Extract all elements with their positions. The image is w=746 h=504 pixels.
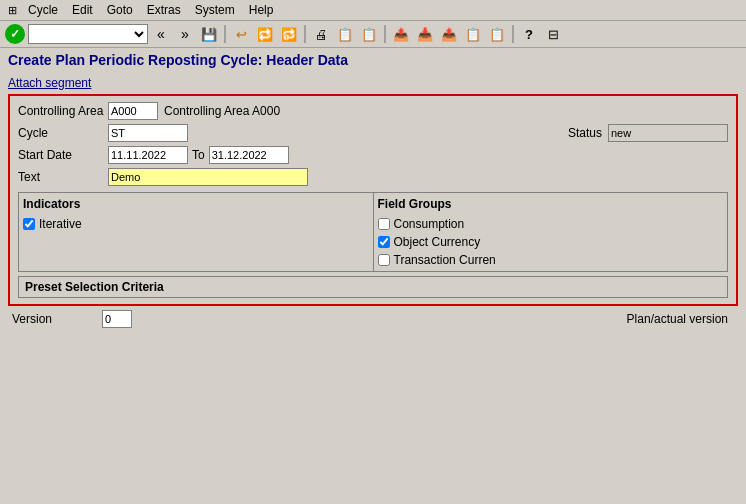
- indicators-field-groups-section: Indicators Iterative Field Groups Consum…: [18, 192, 728, 272]
- separator-2: [304, 25, 306, 43]
- nav-forward-btn[interactable]: »: [174, 23, 196, 45]
- object-currency-row: Object Currency: [378, 233, 724, 251]
- controlling-area-label: Controlling Area: [18, 104, 108, 118]
- upload-btn1[interactable]: 📤: [390, 23, 412, 45]
- refresh-btn2[interactable]: 🔂: [278, 23, 300, 45]
- text-row: Text: [14, 166, 732, 188]
- version-label: Version: [12, 312, 102, 326]
- start-date-label: Start Date: [18, 148, 108, 162]
- iterative-checkbox[interactable]: [23, 218, 35, 230]
- consumption-label: Consumption: [394, 217, 465, 231]
- menu-extras[interactable]: Extras: [141, 2, 187, 18]
- green-check-btn[interactable]: ✓: [4, 23, 26, 45]
- toolbar: ✓ « » 💾 ↩ 🔁 🔂 🖨 📋 📋 📤 📥 📤 📋 📋 ? ⊟: [0, 21, 746, 48]
- start-date-input[interactable]: [108, 146, 188, 164]
- preset-selection-criteria-bar: Preset Selection Criteria: [18, 276, 728, 298]
- download-btn[interactable]: 📥: [414, 23, 436, 45]
- menu-edit[interactable]: Edit: [66, 2, 99, 18]
- to-label: To: [192, 148, 205, 162]
- object-currency-label: Object Currency: [394, 235, 481, 249]
- menu-bar: ⊞ Cycle Edit Goto Extras System Help: [0, 0, 746, 21]
- controlling-area-input[interactable]: [108, 102, 158, 120]
- menu-cycle[interactable]: Cycle: [22, 2, 64, 18]
- page-title: Create Plan Periodic Reposting Cycle: He…: [0, 48, 746, 74]
- list-btn1[interactable]: 📋: [462, 23, 484, 45]
- start-date-row: Start Date To: [14, 144, 732, 166]
- help-btn[interactable]: ?: [518, 23, 540, 45]
- object-currency-checkbox[interactable]: [378, 236, 390, 248]
- text-input[interactable]: [108, 168, 308, 186]
- iterative-row: Iterative: [23, 215, 369, 233]
- cycle-input[interactable]: [108, 124, 188, 142]
- text-label: Text: [18, 170, 108, 184]
- cycle-status-row: Cycle Status: [14, 122, 732, 144]
- copy-btn2[interactable]: 📋: [358, 23, 380, 45]
- menu-goto[interactable]: Goto: [101, 2, 139, 18]
- version-input[interactable]: [102, 310, 132, 328]
- print-btn[interactable]: 🖨: [310, 23, 332, 45]
- status-label: Status: [568, 126, 602, 140]
- attach-segment-button[interactable]: Attach segment: [8, 76, 91, 90]
- field-groups-col: Field Groups Consumption Object Currency…: [374, 193, 728, 271]
- attach-segment-bar: Attach segment: [0, 74, 746, 94]
- form-container: Controlling Area Controlling Area A000 C…: [8, 94, 738, 306]
- indicators-col: Indicators Iterative: [19, 193, 373, 271]
- version-row: Version Plan/actual version: [0, 306, 746, 332]
- upload-btn2[interactable]: 📤: [438, 23, 460, 45]
- app-icon: ⊞: [4, 2, 20, 18]
- controlling-area-text: Controlling Area A000: [164, 104, 280, 118]
- controlling-area-row: Controlling Area Controlling Area A000: [14, 100, 732, 122]
- menu-system[interactable]: System: [189, 2, 241, 18]
- indicators-header: Indicators: [23, 195, 369, 215]
- iterative-label: Iterative: [39, 217, 82, 231]
- command-input[interactable]: [28, 24, 148, 44]
- copy-btn1[interactable]: 📋: [334, 23, 356, 45]
- settings-btn[interactable]: ⊟: [542, 23, 564, 45]
- menu-help[interactable]: Help: [243, 2, 280, 18]
- consumption-row: Consumption: [378, 215, 724, 233]
- transaction-curren-label: Transaction Curren: [394, 253, 496, 267]
- save-btn[interactable]: 💾: [198, 23, 220, 45]
- plan-actual-label: Plan/actual version: [627, 312, 728, 326]
- refresh-btn1[interactable]: 🔁: [254, 23, 276, 45]
- list-btn2[interactable]: 📋: [486, 23, 508, 45]
- consumption-checkbox[interactable]: [378, 218, 390, 230]
- nav-back-btn[interactable]: «: [150, 23, 172, 45]
- separator-1: [224, 25, 226, 43]
- green-check-icon: ✓: [5, 24, 25, 44]
- end-date-input[interactable]: [209, 146, 289, 164]
- undo-btn[interactable]: ↩: [230, 23, 252, 45]
- status-input: [608, 124, 728, 142]
- cycle-label: Cycle: [18, 126, 108, 140]
- separator-3: [384, 25, 386, 43]
- transaction-curren-checkbox[interactable]: [378, 254, 390, 266]
- separator-4: [512, 25, 514, 43]
- transaction-curren-row: Transaction Curren: [378, 251, 724, 269]
- field-groups-header: Field Groups: [378, 195, 724, 215]
